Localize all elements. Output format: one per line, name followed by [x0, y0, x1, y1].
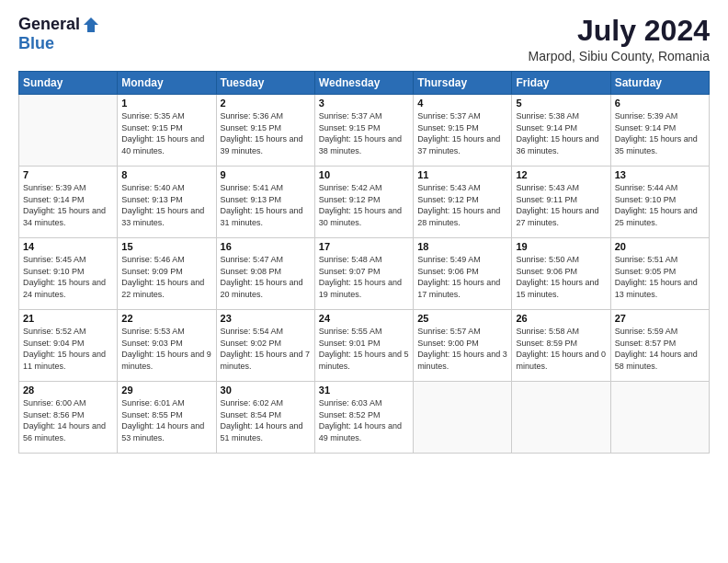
day-info: Sunrise: 5:51 AM Sunset: 9:05 PM Dayligh…: [615, 254, 705, 300]
logo-text: General: [18, 15, 100, 34]
week-row-5: 28Sunrise: 6:00 AM Sunset: 8:56 PM Dayli…: [19, 382, 710, 454]
week-row-1: 1Sunrise: 5:35 AM Sunset: 9:15 PM Daylig…: [19, 95, 710, 167]
week-row-4: 21Sunrise: 5:52 AM Sunset: 9:04 PM Dayli…: [19, 310, 710, 382]
day-number: 14: [23, 241, 113, 252]
day-number: 8: [121, 169, 211, 180]
day-info: Sunrise: 5:36 AM Sunset: 9:15 PM Dayligh…: [221, 110, 311, 156]
weekday-header-thursday: Thursday: [414, 72, 512, 95]
calendar-cell: 17Sunrise: 5:48 AM Sunset: 9:07 PM Dayli…: [314, 238, 413, 310]
calendar-cell: 28Sunrise: 6:00 AM Sunset: 8:56 PM Dayli…: [19, 382, 118, 454]
calendar-cell: 20Sunrise: 5:51 AM Sunset: 9:05 PM Dayli…: [610, 238, 709, 310]
day-info: Sunrise: 5:59 AM Sunset: 8:57 PM Dayligh…: [615, 326, 705, 372]
day-number: 23: [221, 313, 311, 324]
day-number: 20: [615, 241, 705, 252]
day-info: Sunrise: 5:53 AM Sunset: 9:03 PM Dayligh…: [121, 326, 211, 372]
svg-marker-0: [84, 17, 98, 32]
day-number: 27: [615, 313, 705, 324]
calendar-cell: 21Sunrise: 5:52 AM Sunset: 9:04 PM Dayli…: [19, 310, 118, 382]
calendar-cell: 27Sunrise: 5:59 AM Sunset: 8:57 PM Dayli…: [610, 310, 709, 382]
day-number: 21: [23, 313, 113, 324]
calendar-cell: 12Sunrise: 5:43 AM Sunset: 9:11 PM Dayli…: [512, 167, 610, 238]
calendar-cell: [414, 382, 512, 454]
calendar-cell: [19, 95, 118, 167]
calendar-cell: 24Sunrise: 5:55 AM Sunset: 9:01 PM Dayli…: [314, 310, 413, 382]
logo-icon: [82, 16, 100, 34]
day-number: 1: [121, 98, 211, 109]
day-info: Sunrise: 5:47 AM Sunset: 9:08 PM Dayligh…: [221, 254, 311, 300]
day-number: 12: [516, 169, 606, 180]
day-number: 7: [23, 169, 113, 180]
weekday-header-tuesday: Tuesday: [216, 72, 314, 95]
title-block: July 2024 Marpod, Sibiu County, Romania: [529, 15, 710, 63]
calendar-cell: 3Sunrise: 5:37 AM Sunset: 9:15 PM Daylig…: [314, 95, 413, 167]
day-number: 9: [221, 169, 311, 180]
calendar-cell: 10Sunrise: 5:42 AM Sunset: 9:12 PM Dayli…: [314, 167, 413, 238]
calendar-cell: 6Sunrise: 5:39 AM Sunset: 9:14 PM Daylig…: [610, 95, 709, 167]
day-info: Sunrise: 5:57 AM Sunset: 9:00 PM Dayligh…: [417, 326, 507, 372]
page: General Blue July 2024 Marpod, Sibiu Cou…: [0, 0, 728, 563]
weekday-header-wednesday: Wednesday: [314, 72, 413, 95]
day-info: Sunrise: 6:03 AM Sunset: 8:52 PM Dayligh…: [319, 397, 409, 443]
day-info: Sunrise: 5:43 AM Sunset: 9:12 PM Dayligh…: [417, 182, 507, 228]
calendar-cell: 8Sunrise: 5:40 AM Sunset: 9:13 PM Daylig…: [118, 167, 216, 238]
day-number: 11: [417, 169, 507, 180]
day-info: Sunrise: 5:58 AM Sunset: 8:59 PM Dayligh…: [516, 326, 606, 372]
logo-blue: Blue: [18, 34, 54, 53]
calendar-cell: 15Sunrise: 5:46 AM Sunset: 9:09 PM Dayli…: [118, 238, 216, 310]
day-info: Sunrise: 5:52 AM Sunset: 9:04 PM Dayligh…: [23, 326, 113, 372]
day-number: 5: [516, 98, 606, 109]
calendar-cell: 2Sunrise: 5:36 AM Sunset: 9:15 PM Daylig…: [216, 95, 314, 167]
day-number: 2: [221, 98, 311, 109]
day-info: Sunrise: 5:41 AM Sunset: 9:13 PM Dayligh…: [221, 182, 311, 228]
day-info: Sunrise: 5:39 AM Sunset: 9:14 PM Dayligh…: [615, 110, 705, 156]
day-info: Sunrise: 5:43 AM Sunset: 9:11 PM Dayligh…: [516, 182, 606, 228]
weekday-header-sunday: Sunday: [19, 72, 118, 95]
day-info: Sunrise: 6:01 AM Sunset: 8:55 PM Dayligh…: [121, 397, 211, 443]
weekday-header-monday: Monday: [118, 72, 216, 95]
day-number: 24: [319, 313, 409, 324]
calendar-cell: 4Sunrise: 5:37 AM Sunset: 9:15 PM Daylig…: [414, 95, 512, 167]
day-info: Sunrise: 5:45 AM Sunset: 9:10 PM Dayligh…: [23, 254, 113, 300]
calendar-cell: 1Sunrise: 5:35 AM Sunset: 9:15 PM Daylig…: [118, 95, 216, 167]
location-subtitle: Marpod, Sibiu County, Romania: [529, 49, 710, 63]
calendar-cell: 25Sunrise: 5:57 AM Sunset: 9:00 PM Dayli…: [414, 310, 512, 382]
day-number: 15: [121, 241, 211, 252]
day-number: 16: [221, 241, 311, 252]
calendar-cell: 13Sunrise: 5:44 AM Sunset: 9:10 PM Dayli…: [610, 167, 709, 238]
day-number: 28: [23, 385, 113, 396]
calendar-cell: [610, 382, 709, 454]
week-row-3: 14Sunrise: 5:45 AM Sunset: 9:10 PM Dayli…: [19, 238, 710, 310]
calendar-cell: 14Sunrise: 5:45 AM Sunset: 9:10 PM Dayli…: [19, 238, 118, 310]
day-info: Sunrise: 5:42 AM Sunset: 9:12 PM Dayligh…: [319, 182, 409, 228]
weekday-header-saturday: Saturday: [610, 72, 709, 95]
day-number: 10: [319, 169, 409, 180]
day-info: Sunrise: 5:37 AM Sunset: 9:15 PM Dayligh…: [417, 110, 507, 156]
day-info: Sunrise: 5:55 AM Sunset: 9:01 PM Dayligh…: [319, 326, 409, 372]
month-year-title: July 2024: [529, 15, 710, 47]
header: General Blue July 2024 Marpod, Sibiu Cou…: [18, 15, 710, 63]
day-info: Sunrise: 5:35 AM Sunset: 9:15 PM Dayligh…: [121, 110, 211, 156]
weekday-header-row: SundayMondayTuesdayWednesdayThursdayFrid…: [19, 72, 710, 95]
day-info: Sunrise: 5:54 AM Sunset: 9:02 PM Dayligh…: [221, 326, 311, 372]
calendar-cell: 9Sunrise: 5:41 AM Sunset: 9:13 PM Daylig…: [216, 167, 314, 238]
calendar-cell: 7Sunrise: 5:39 AM Sunset: 9:14 PM Daylig…: [19, 167, 118, 238]
day-info: Sunrise: 5:48 AM Sunset: 9:07 PM Dayligh…: [319, 254, 409, 300]
calendar-cell: 30Sunrise: 6:02 AM Sunset: 8:54 PM Dayli…: [216, 382, 314, 454]
day-number: 19: [516, 241, 606, 252]
calendar-table: SundayMondayTuesdayWednesdayThursdayFrid…: [18, 71, 710, 454]
day-number: 4: [417, 98, 507, 109]
day-info: Sunrise: 5:38 AM Sunset: 9:14 PM Dayligh…: [516, 110, 606, 156]
calendar-cell: 19Sunrise: 5:50 AM Sunset: 9:06 PM Dayli…: [512, 238, 610, 310]
day-info: Sunrise: 6:02 AM Sunset: 8:54 PM Dayligh…: [221, 397, 311, 443]
day-number: 3: [319, 98, 409, 109]
calendar-cell: 18Sunrise: 5:49 AM Sunset: 9:06 PM Dayli…: [414, 238, 512, 310]
day-info: Sunrise: 5:37 AM Sunset: 9:15 PM Dayligh…: [319, 110, 409, 156]
day-number: 31: [319, 385, 409, 396]
day-info: Sunrise: 5:40 AM Sunset: 9:13 PM Dayligh…: [121, 182, 211, 228]
logo-general: General: [18, 15, 80, 34]
day-info: Sunrise: 5:49 AM Sunset: 9:06 PM Dayligh…: [417, 254, 507, 300]
day-number: 22: [121, 313, 211, 324]
day-number: 6: [615, 98, 705, 109]
day-number: 26: [516, 313, 606, 324]
day-number: 29: [121, 385, 211, 396]
